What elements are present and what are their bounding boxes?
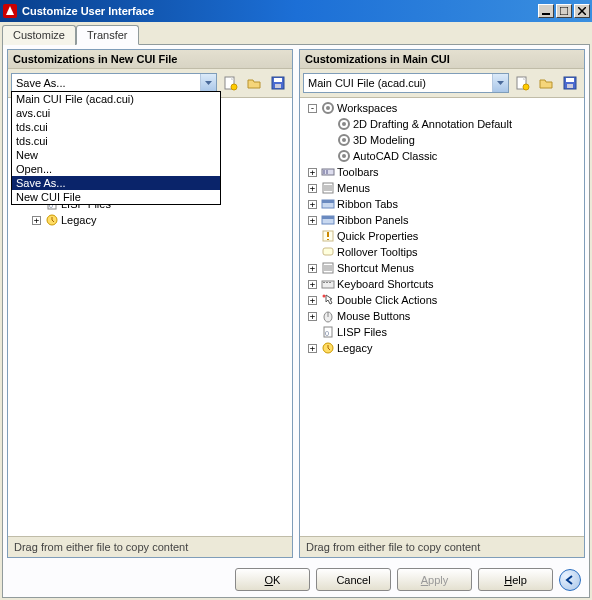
save-file-button[interactable] — [267, 72, 289, 94]
expand-icon[interactable]: + — [308, 296, 317, 305]
tree-item[interactable]: +Double Click Actions — [302, 292, 582, 308]
tree-item[interactable]: ()LISP Files — [302, 324, 582, 340]
tree-item[interactable]: AutoCAD Classic — [302, 148, 582, 164]
dropdown-option[interactable]: Open... — [12, 162, 220, 176]
tree-item-label: Legacy — [61, 214, 96, 226]
expand-icon[interactable]: + — [308, 312, 317, 321]
legacy-icon — [45, 213, 59, 227]
tree-item-label: Rollover Tooltips — [337, 246, 418, 258]
tab-customize[interactable]: Customize — [2, 25, 76, 45]
dropdown-option[interactable]: New — [12, 148, 220, 162]
tree-item[interactable]: 3D Modeling — [302, 132, 582, 148]
mouse-icon — [321, 309, 335, 323]
ribbon-icon — [321, 213, 335, 227]
tree-item[interactable]: +Shortcut Menus — [302, 260, 582, 276]
tree-item-label: 3D Modeling — [353, 134, 415, 146]
svg-rect-56 — [326, 282, 328, 283]
new-file-button[interactable] — [511, 72, 533, 94]
gear-icon — [321, 101, 335, 115]
dropdown-option[interactable]: tds.cui — [12, 120, 220, 134]
tree-item[interactable]: Rollover Tooltips — [302, 244, 582, 260]
tree-item[interactable]: +Menus — [302, 180, 582, 196]
expand-icon[interactable]: + — [308, 264, 317, 273]
expander-none — [324, 136, 333, 145]
tree-item[interactable]: +Ribbon Panels — [302, 212, 582, 228]
dropdown-option[interactable]: avs.cui — [12, 106, 220, 120]
tree-item-label: Double Click Actions — [337, 294, 437, 306]
expander-none — [324, 120, 333, 129]
right-tree[interactable]: -Workspaces2D Drafting & Annotation Defa… — [300, 97, 584, 536]
save-file-button[interactable] — [559, 72, 581, 94]
gear-icon — [337, 133, 351, 147]
tree-item[interactable]: -Workspaces — [302, 100, 582, 116]
expand-icon[interactable]: + — [308, 280, 317, 289]
chevron-down-icon[interactable] — [492, 74, 508, 92]
right-hint: Drag from either file to copy content — [300, 536, 584, 557]
chevron-down-icon[interactable] — [200, 74, 216, 92]
gear-icon — [337, 117, 351, 131]
right-file-combo[interactable]: Main CUI File (acad.cui) — [303, 73, 509, 93]
expander-none — [308, 232, 317, 241]
gear-icon — [337, 149, 351, 163]
left-file-combo[interactable]: Save As... — [11, 73, 217, 93]
left-panel: Customizations in New CUI File Save As..… — [7, 49, 293, 558]
open-file-button[interactable] — [535, 72, 557, 94]
tree-item-label: Workspaces — [337, 102, 397, 114]
svg-point-58 — [323, 295, 326, 298]
expand-icon[interactable]: + — [308, 344, 317, 353]
tree-item-label: Quick Properties — [337, 230, 418, 242]
tree-item[interactable]: 2D Drafting & Annotation Default — [302, 116, 582, 132]
svg-rect-57 — [329, 282, 331, 283]
expand-icon[interactable]: + — [308, 216, 317, 225]
left-combo-dropdown[interactable]: Main CUI File (acad.cui)avs.cuitds.cuitd… — [11, 91, 221, 205]
apply-button[interactable]: Apply — [397, 568, 472, 591]
svg-point-4 — [231, 84, 237, 90]
left-toolbar: Save As... Main CUI Fi — [8, 69, 292, 97]
tree-item-label: Menus — [337, 182, 370, 194]
expander-none — [308, 328, 317, 337]
toolbar-icon — [321, 165, 335, 179]
expand-icon[interactable]: + — [32, 216, 41, 225]
left-hint: Drag from either file to copy content — [8, 536, 292, 557]
tree-item[interactable]: +Toolbars — [302, 164, 582, 180]
svg-point-34 — [342, 138, 346, 142]
rollover-icon — [321, 245, 335, 259]
tree-item[interactable]: +Mouse Buttons — [302, 308, 582, 324]
dropdown-option[interactable]: Main CUI File (acad.cui) — [12, 92, 220, 106]
svg-rect-45 — [322, 200, 334, 203]
svg-rect-6 — [274, 78, 282, 82]
tree-item-label: Ribbon Panels — [337, 214, 409, 226]
maximize-button[interactable] — [556, 4, 572, 18]
expand-icon[interactable]: + — [308, 200, 317, 209]
tree-item-label: Shortcut Menus — [337, 262, 414, 274]
svg-rect-55 — [323, 282, 325, 283]
minimize-button[interactable] — [538, 4, 554, 18]
svg-rect-47 — [322, 216, 334, 219]
tree-item[interactable]: +Keyboard Shortcuts — [302, 276, 582, 292]
tree-item[interactable]: Quick Properties — [302, 228, 582, 244]
ok-button[interactable]: OK — [235, 568, 310, 591]
quick-icon — [321, 229, 335, 243]
dropdown-option[interactable]: New CUI File — [12, 190, 220, 204]
close-button[interactable] — [574, 4, 590, 18]
tab-transfer[interactable]: Transfer — [76, 25, 139, 45]
tree-item[interactable]: +Legacy — [302, 340, 582, 356]
expand-icon[interactable]: + — [308, 168, 317, 177]
tree-item[interactable]: +Ribbon Tabs — [302, 196, 582, 212]
open-file-button[interactable] — [243, 72, 265, 94]
new-file-button[interactable] — [219, 72, 241, 94]
right-toolbar: Main CUI File (acad.cui) — [300, 69, 584, 97]
dropdown-option[interactable]: tds.cui — [12, 134, 220, 148]
svg-rect-27 — [566, 78, 574, 82]
tree-item[interactable]: +Legacy — [10, 212, 290, 228]
dropdown-option[interactable]: Save As... — [12, 176, 220, 190]
expand-icon[interactable]: + — [308, 184, 317, 193]
cancel-button[interactable]: Cancel — [316, 568, 391, 591]
button-bar: OK Cancel Apply Help — [7, 562, 585, 593]
svg-rect-49 — [323, 248, 333, 255]
svg-point-25 — [523, 84, 529, 90]
help-button[interactable]: Help — [478, 568, 553, 591]
svg-point-36 — [342, 154, 346, 158]
expand-button[interactable] — [559, 569, 581, 591]
collapse-icon[interactable]: - — [308, 104, 317, 113]
